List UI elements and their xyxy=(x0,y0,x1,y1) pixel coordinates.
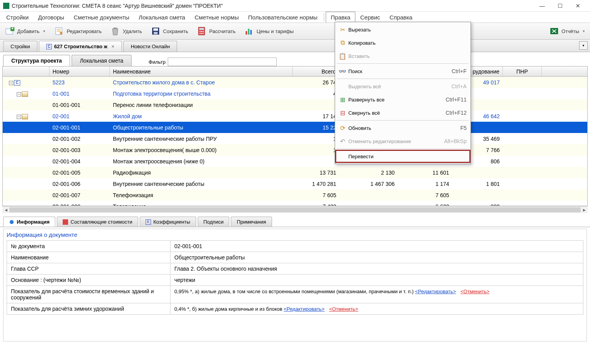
table-row[interactable]: 02-001-002Внутренние сантехнические рабо… xyxy=(3,133,587,144)
grid-body[interactable]: −C5223Строительство жилого дома в с. Ста… xyxy=(3,77,587,206)
svg-rect-15 xyxy=(246,31,247,35)
tree-collapse-icon[interactable]: − xyxy=(9,81,13,85)
menu-cut[interactable]: ✂ Вырезать xyxy=(335,23,471,36)
calc-button[interactable]: Рассчитать xyxy=(194,24,238,38)
collapse-icon: ⊟ xyxy=(337,109,348,117)
info-tab-components[interactable]: Составляющие стоимости xyxy=(57,217,138,227)
scroll-thumb[interactable] xyxy=(9,207,581,212)
edit-link[interactable]: <Редактировать> xyxy=(415,289,456,294)
save-button[interactable]: Сохранить xyxy=(148,24,191,38)
info-row-basis: Основание : (чертежи №№) чертежи xyxy=(7,275,583,286)
k-icon: K xyxy=(146,219,151,225)
menu-search[interactable]: 👓 Поиск Ctrl+F xyxy=(335,65,471,78)
table-row[interactable]: −01-001Подготовка территории строительст… xyxy=(3,88,587,99)
info-tab-info[interactable]: Информация xyxy=(3,217,55,227)
doc-tab-news[interactable]: Новости Онлайн xyxy=(123,41,177,52)
close-button[interactable]: ✕ xyxy=(569,0,587,12)
info-tab-coefficients[interactable]: K Коэффициенты xyxy=(140,217,196,227)
doc-tab-stroyki[interactable]: Стройки xyxy=(3,41,37,52)
menubar: Стройки Договоры Сметные документы Локал… xyxy=(0,12,590,23)
table-row[interactable]: 02-001-007Телефонизация7 6057 605 xyxy=(3,189,587,201)
struct-tab-local[interactable]: Локальная смета xyxy=(72,55,132,66)
expand-icon: ⊞ xyxy=(337,96,348,103)
reports-button[interactable]: Отчёты ▼ xyxy=(547,24,588,38)
table-row[interactable]: −02-001Жилой дом17 1446 642 xyxy=(3,110,587,122)
svg-point-9 xyxy=(200,31,201,32)
info-tab-signatures[interactable]: Подписи xyxy=(198,217,230,227)
scissors-icon: ✂ xyxy=(337,26,348,33)
add-label: Добавить xyxy=(17,28,39,34)
menu-collapse-all[interactable]: ⊟ Свернуть всё Ctrl+F12 xyxy=(335,106,471,119)
add-icon xyxy=(5,26,15,36)
menu-smetnye-normy[interactable]: Сметные нормы xyxy=(190,12,244,23)
prices-button[interactable]: Цены и тарифы xyxy=(242,24,296,38)
tabs-dropdown-button[interactable]: ▼ xyxy=(579,41,588,50)
paste-icon: 📋 xyxy=(337,52,348,60)
titlebar: Строительные Технологии: СМЕТА 8 сеанс "… xyxy=(0,0,590,12)
menu-spravka[interactable]: Справка xyxy=(385,12,417,23)
grid-horizontal-scrollbar[interactable]: ◀ ▶ xyxy=(2,206,588,213)
cancel-link[interactable]: <Отменить> xyxy=(329,306,358,312)
menu-stroyki[interactable]: Стройки xyxy=(2,12,33,23)
tree-collapse-icon[interactable]: − xyxy=(17,115,21,119)
info-icon xyxy=(9,219,14,225)
menu-pravka[interactable]: Правка xyxy=(326,12,356,23)
info-table: № документа 02-001-001 Наименование Обще… xyxy=(7,240,583,315)
scroll-left-arrow[interactable]: ◀ xyxy=(2,206,9,213)
struct-tab-structure[interactable]: Структура проекта xyxy=(3,55,70,66)
caret-down-icon: ▼ xyxy=(42,30,46,33)
doc-icon: C xyxy=(46,44,52,49)
document-tabs: Стройки C 627 Строительство ж ✕ Новости … xyxy=(0,40,590,52)
menu-translate[interactable]: Перевести xyxy=(335,150,471,163)
info-row-temp: Показатель для расчёта стоимости временн… xyxy=(7,286,583,303)
filter-input[interactable] xyxy=(168,58,277,66)
close-tab-icon[interactable]: ✕ xyxy=(111,44,114,49)
save-label: Сохранить xyxy=(163,28,188,34)
chart-icon xyxy=(244,26,254,36)
svg-point-12 xyxy=(200,33,201,34)
table-row[interactable]: 02-001-004Монтаж электроосвещения (ниже … xyxy=(3,156,587,167)
app-icon xyxy=(3,3,9,9)
folder-icon xyxy=(22,114,28,119)
menu-undo-edit: ↶ Отменить редактирование Alt+BkSp xyxy=(335,135,471,148)
edit-link[interactable]: <Редактировать> xyxy=(284,306,325,312)
maximize-button[interactable]: ☐ xyxy=(551,0,569,12)
menu-servis[interactable]: Сервис xyxy=(355,12,385,23)
undo-icon: ↶ xyxy=(337,138,348,145)
menu-smetnye-dokumenty[interactable]: Сметные документы xyxy=(69,12,134,23)
minimize-button[interactable]: — xyxy=(533,0,551,12)
col-total[interactable]: Всего xyxy=(293,66,339,76)
edit-label: Редактировать xyxy=(67,28,102,34)
table-row[interactable]: 02-001-001Общестроительные работы15 22 xyxy=(3,122,587,133)
cancel-link[interactable]: <Отменить> xyxy=(460,289,490,294)
table-row[interactable]: 02-001-003Монтаж электроосвещения( выше … xyxy=(3,144,587,156)
scroll-right-arrow[interactable]: ▶ xyxy=(581,206,588,213)
col-pnr[interactable]: ПНР xyxy=(503,66,542,76)
col-name[interactable]: Наименование xyxy=(110,66,293,76)
menu-select-all: Выделить всё Ctrl+A xyxy=(335,80,471,93)
table-row[interactable]: −C5223Строительство жилого дома в с. Ста… xyxy=(3,77,587,88)
svg-rect-17 xyxy=(250,30,252,35)
menu-lokalnaya-smeta[interactable]: Локальная смета xyxy=(134,12,190,23)
tree-collapse-icon[interactable]: − xyxy=(17,92,21,96)
table-row[interactable]: 01-001-001Перенос линии телефонизации xyxy=(3,99,587,110)
col-number[interactable]: Номер xyxy=(49,66,110,76)
add-button[interactable]: Добавить ▼ xyxy=(2,24,48,38)
doc-tab-627[interactable]: C 627 Строительство ж ✕ xyxy=(39,41,122,52)
table-row[interactable]: 02-001-006Внутренние сантехнические рабо… xyxy=(3,178,587,189)
edit-button[interactable]: Редактировать xyxy=(52,24,104,38)
menu-expand-all[interactable]: ⊞ Развернуть все Ctrl+F11 xyxy=(335,93,471,106)
table-row[interactable]: 02-001-008Телевидение7 4236 623800 xyxy=(3,201,587,206)
menu-dogovory[interactable]: Договоры xyxy=(33,12,69,23)
menu-polzovatelskie-normy[interactable]: Пользовательские нормы xyxy=(243,12,322,23)
table-row[interactable]: 02-001-005Радиофикация13 7312 13011 601 xyxy=(3,167,587,178)
menu-refresh[interactable]: ⟳ Обновить F5 xyxy=(335,121,471,135)
info-row-docno: № документа 02-001-001 xyxy=(7,241,583,252)
col-tree[interactable] xyxy=(3,66,49,76)
calculator-small-icon xyxy=(63,219,68,225)
edit-icon xyxy=(54,26,64,36)
delete-button[interactable]: Удалить xyxy=(108,24,144,38)
info-tab-notes[interactable]: Примечания xyxy=(231,217,272,227)
menu-copy[interactable]: ⧉ Копировать xyxy=(335,36,471,49)
calc-label: Рассчитать xyxy=(209,28,235,34)
